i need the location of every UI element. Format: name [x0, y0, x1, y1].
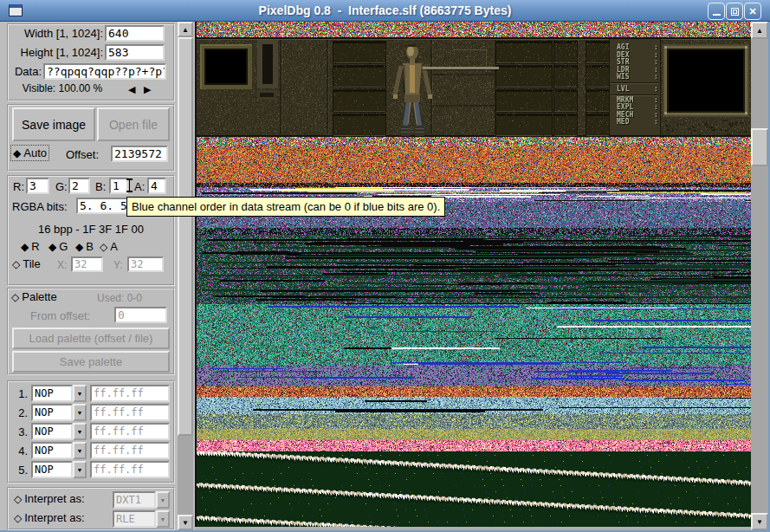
op-value-input[interactable]: ff.ff.ff: [90, 423, 170, 440]
main-scrollbar-up-button[interactable]: ▲: [751, 22, 768, 39]
tile-y-input[interactable]: 32: [127, 256, 164, 272]
palette-label: Palette: [22, 290, 56, 303]
op-select[interactable]: NOP▼: [31, 423, 87, 440]
height-input[interactable]: 583: [105, 44, 165, 61]
diamond-unchecked-icon: ◇: [100, 242, 107, 252]
dropdown-arrow-icon: ▼: [73, 404, 87, 421]
op-select[interactable]: NOP▼: [31, 442, 87, 459]
toggle-b-label: B: [86, 240, 94, 253]
r-label: R:: [13, 180, 24, 193]
interpret-rle-checkbox[interactable]: ◇ Interpret as:: [14, 511, 85, 524]
maximize-button[interactable]: [726, 3, 743, 20]
down-arrow-icon: ▼: [756, 518, 763, 526]
offset-input[interactable]: 2139572: [111, 146, 168, 162]
app-window: PixelDbg 0.8 - Interface.slf (8663775 By…: [0, 0, 770, 532]
right-arrow-icon: ▶: [144, 84, 151, 94]
sidebar-scrollbar-up-button[interactable]: ▲: [178, 22, 193, 37]
dropdown-arrow-icon: ▼: [73, 385, 87, 402]
op-value-input[interactable]: ff.ff.ff: [90, 442, 170, 459]
op-index-label: 3.: [10, 425, 28, 438]
interpret-dxt-value: DXT1: [113, 491, 156, 509]
offset-label: Offset:: [66, 148, 99, 161]
op-select-value: NOP: [31, 461, 73, 478]
op-index-label: 1.: [10, 387, 28, 400]
ops-group: 1.NOP▼ff.ff.ff2.NOP▼ff.ff.ff3.NOP▼ff.ff.…: [7, 380, 175, 483]
dropdown-arrow-icon: ▼: [156, 491, 170, 509]
toggle-a-label: A: [110, 240, 118, 253]
interpret-rle-select[interactable]: RLE ▼: [113, 510, 170, 528]
sidebar-scrollbar-thumb[interactable]: [178, 37, 193, 436]
op-index-label: 4.: [10, 444, 28, 457]
toggle-a[interactable]: ◇ A: [100, 240, 118, 253]
pixel-view-canvas[interactable]: [197, 22, 751, 527]
dropdown-arrow-icon: ▼: [73, 442, 87, 459]
data-input[interactable]: ??qpqq?qqp??p?+?p?p(: [43, 63, 166, 80]
g-bits-input[interactable]: 2: [68, 178, 90, 194]
up-arrow-icon: ▲: [756, 27, 763, 35]
from-offset-input[interactable]: 0: [114, 307, 167, 323]
load-palette-button[interactable]: Load palette (offset / file): [12, 328, 170, 349]
toggle-b[interactable]: ◆ B: [75, 240, 94, 253]
op-value-input[interactable]: ff.ff.ff: [90, 385, 170, 402]
op-select-value: NOP: [31, 423, 73, 440]
toggle-r[interactable]: ◆ R: [21, 240, 40, 253]
save-image-button[interactable]: Save image: [12, 107, 95, 141]
tooltip: Blue channel order in data stream (can b…: [126, 197, 445, 217]
op-value-input[interactable]: ff.ff.ff: [90, 404, 170, 421]
interpret-dxt-select[interactable]: DXT1 ▼: [113, 491, 170, 509]
op-select-value: NOP: [31, 442, 73, 459]
open-file-button[interactable]: Open file: [97, 107, 170, 141]
op-select[interactable]: NOP▼: [31, 404, 87, 421]
auto-label: Auto: [23, 146, 47, 159]
dropdown-arrow-icon: ▼: [156, 510, 170, 528]
main-scrollbar-down-button[interactable]: ▼: [751, 513, 768, 530]
interpret-group: ◇ Interpret as: DXT1 ▼ ◇ Interpret as: R…: [7, 487, 175, 530]
op-select[interactable]: NOP▼: [31, 385, 87, 402]
auto-checkbox[interactable]: ◆ Auto: [11, 146, 49, 160]
visible-label: Visible: 100.00 %: [19, 82, 106, 94]
titlebar[interactable]: PixelDbg 0.8 - Interface.slf (8663775 By…: [0, 0, 770, 22]
width-label: Width [1, 1024]:: [9, 27, 103, 40]
tile-checkbox[interactable]: ◇ Tile: [12, 257, 41, 270]
text-cursor-icon: [126, 178, 133, 192]
toggle-g[interactable]: ◆ G: [49, 240, 68, 253]
maximize-icon: [731, 8, 739, 16]
sidebar-scrollbar-down-button[interactable]: ▼: [178, 515, 193, 530]
height-label: Height [1, 1024]:: [9, 46, 103, 59]
bpp-info-label: 16 bpp - 1F 3F 1F 00: [7, 223, 175, 236]
tile-x-input[interactable]: 32: [71, 256, 103, 272]
b-label: B:: [95, 180, 106, 193]
tile-x-label: X:: [57, 259, 67, 271]
dropdown-arrow-icon: ▼: [73, 461, 87, 478]
op-row: 3.NOP▼ff.ff.ff: [9, 423, 173, 440]
visible-next-button[interactable]: ▶: [144, 81, 151, 96]
save-palette-button[interactable]: Save palette: [12, 351, 170, 373]
minimize-button[interactable]: [708, 3, 725, 20]
palette-checkbox[interactable]: ◇ Palette: [11, 290, 57, 303]
tile-label: Tile: [23, 257, 40, 270]
interpret-dxt-checkbox[interactable]: ◇ Interpret as:: [14, 492, 85, 505]
main-scrollbar-thumb[interactable]: [751, 128, 768, 166]
window-title: PixelDbg 0.8 - Interface.slf (8663775 By…: [0, 0, 770, 22]
left-arrow-icon: ◀: [128, 84, 135, 94]
visible-prev-button[interactable]: ◀: [128, 81, 135, 96]
interpret-dxt-label: Interpret as:: [24, 492, 84, 505]
palette-used-label: Used: 0-0: [97, 292, 142, 304]
r-bits-input[interactable]: 3: [26, 178, 49, 194]
a-bits-input[interactable]: 4: [147, 178, 166, 194]
close-button[interactable]: ✕: [744, 3, 761, 20]
diamond-checked-icon: ◆: [21, 242, 29, 252]
g-label: G:: [55, 180, 68, 193]
op-row: 2.NOP▼ff.ff.ff: [9, 404, 173, 421]
width-input[interactable]: 640: [105, 25, 165, 42]
main-scrollbar-track[interactable]: [751, 22, 768, 530]
interpret-rle-label: Interpret as:: [24, 511, 84, 524]
op-select[interactable]: NOP▼: [31, 461, 87, 478]
op-value-input[interactable]: ff.ff.ff: [90, 461, 170, 478]
dropdown-arrow-icon: ▼: [73, 423, 87, 440]
diamond-unchecked-icon: ◇: [12, 259, 20, 269]
diamond-checked-icon: ◆: [49, 242, 56, 252]
interpret-rle-value: RLE: [113, 510, 156, 528]
op-select-value: NOP: [31, 385, 73, 402]
down-arrow-icon: ▼: [182, 519, 189, 527]
